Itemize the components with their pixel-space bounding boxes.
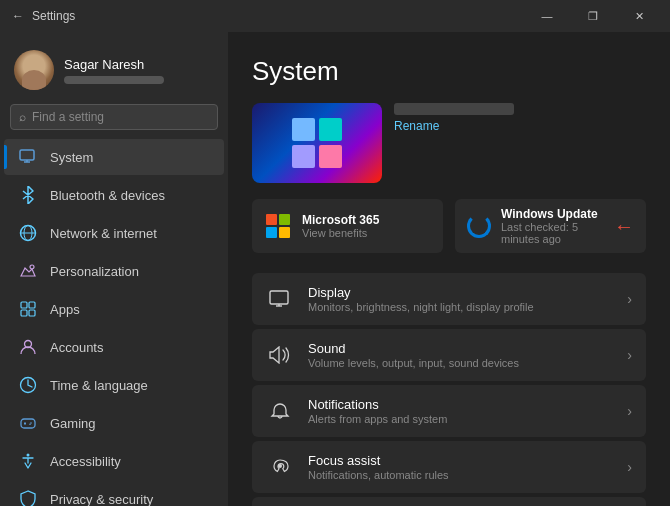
sidebar-item-label: Apps: [50, 302, 80, 317]
close-button[interactable]: ✕: [616, 0, 662, 32]
ms365-subtitle: View benefits: [302, 227, 379, 239]
sound-desc: Volume levels, output, input, sound devi…: [308, 357, 613, 369]
svg-rect-13: [21, 419, 35, 428]
sidebar: Sagar Naresh ⌕ System: [0, 32, 228, 506]
main-content: System Rename: [228, 32, 670, 506]
sidebar-item-gaming[interactable]: Gaming: [4, 405, 224, 441]
settings-item-display[interactable]: Display Monitors, brightness, night ligh…: [252, 273, 646, 325]
sidebar-item-label: Bluetooth & devices: [50, 188, 165, 203]
settings-item-notifications[interactable]: Notifications Alerts from apps and syste…: [252, 385, 646, 437]
search-box[interactable]: ⌕: [10, 104, 218, 130]
user-info: Sagar Naresh: [64, 57, 164, 84]
network-icon: [18, 223, 38, 243]
settings-item-power[interactable]: Power & battery Sleep, battery usage, ba…: [252, 497, 646, 506]
wu-subtitle: Last checked: 5 minutes ago: [501, 221, 600, 245]
sidebar-item-label: Accounts: [50, 340, 103, 355]
svg-rect-10: [29, 310, 35, 316]
ms-pane-2: [279, 214, 290, 225]
ms-pane-3: [266, 227, 277, 238]
titlebar-controls: — ❐ ✕: [524, 0, 662, 32]
windows-logo: [292, 118, 342, 168]
user-name: Sagar Naresh: [64, 57, 164, 72]
display-chevron-icon: ›: [627, 291, 632, 307]
display-icon: [266, 285, 294, 313]
notifications-chevron-icon: ›: [627, 403, 632, 419]
ms365-card[interactable]: Microsoft 365 View benefits: [252, 199, 443, 253]
titlebar-left: ← Settings: [12, 9, 75, 23]
gaming-icon: [18, 413, 38, 433]
display-desc: Monitors, brightness, night light, displ…: [308, 301, 613, 313]
sidebar-item-label: Personalization: [50, 264, 139, 279]
page-title: System: [252, 56, 646, 87]
titlebar: ← Settings — ❐ ✕: [0, 0, 670, 32]
accounts-icon: [18, 337, 38, 357]
avatar: [14, 50, 54, 90]
sidebar-item-privacy[interactable]: Privacy & security: [4, 481, 224, 506]
svg-rect-9: [21, 310, 27, 316]
top-cards: Rename: [252, 103, 646, 183]
app-body: Sagar Naresh ⌕ System: [0, 32, 670, 506]
bluetooth-icon: [18, 185, 38, 205]
ms-pane-1: [266, 214, 277, 225]
sidebar-item-label: System: [50, 150, 93, 165]
focus-text: Focus assist Notifications, automatic ru…: [308, 453, 613, 481]
sidebar-item-accessibility[interactable]: Accessibility: [4, 443, 224, 479]
sidebar-item-label: Gaming: [50, 416, 96, 431]
maximize-button[interactable]: ❐: [570, 0, 616, 32]
svg-point-17: [29, 423, 31, 425]
system-icon: [18, 147, 38, 167]
sidebar-item-label: Accessibility: [50, 454, 121, 469]
sidebar-item-system[interactable]: System: [4, 139, 224, 175]
windows-update-card[interactable]: Windows Update Last checked: 5 minutes a…: [455, 199, 646, 253]
wu-title: Windows Update: [501, 207, 600, 221]
svg-point-22: [278, 464, 282, 468]
titlebar-title: Settings: [32, 9, 75, 23]
notifications-text: Notifications Alerts from apps and syste…: [308, 397, 613, 425]
search-input[interactable]: [32, 110, 209, 124]
wu-arrow-icon: ←: [614, 215, 634, 238]
sidebar-item-network[interactable]: Network & internet: [4, 215, 224, 251]
win-pane-2: [319, 118, 342, 141]
avatar-figure: [22, 70, 46, 90]
settings-item-sound[interactable]: Sound Volume levels, output, input, soun…: [252, 329, 646, 381]
accessibility-icon: [18, 451, 38, 471]
notifications-title: Notifications: [308, 397, 613, 412]
focus-title: Focus assist: [308, 453, 613, 468]
focus-icon: [266, 453, 294, 481]
notifications-icon: [266, 397, 294, 425]
system-info: Rename: [394, 103, 514, 133]
sidebar-item-apps[interactable]: Apps: [4, 291, 224, 327]
sound-icon: [266, 341, 294, 369]
focus-desc: Notifications, automatic rules: [308, 469, 613, 481]
wu-text: Windows Update Last checked: 5 minutes a…: [501, 207, 600, 245]
rename-link[interactable]: Rename: [394, 119, 514, 133]
user-email: [64, 76, 164, 84]
notifications-desc: Alerts from apps and system: [308, 413, 613, 425]
ms365-title: Microsoft 365: [302, 213, 379, 227]
sidebar-item-personalization[interactable]: Personalization: [4, 253, 224, 289]
win-pane-4: [319, 145, 342, 168]
sidebar-item-bluetooth[interactable]: Bluetooth & devices: [4, 177, 224, 213]
ms365-icon: [264, 212, 292, 240]
sound-chevron-icon: ›: [627, 347, 632, 363]
device-name: [394, 103, 514, 115]
focus-chevron-icon: ›: [627, 459, 632, 475]
back-button[interactable]: ←: [12, 9, 24, 23]
settings-item-focus[interactable]: Focus assist Notifications, automatic ru…: [252, 441, 646, 493]
sound-title: Sound: [308, 341, 613, 356]
minimize-button[interactable]: —: [524, 0, 570, 32]
sidebar-item-time[interactable]: Time & language: [4, 367, 224, 403]
system-image-card: [252, 103, 382, 183]
wu-spinner-icon: [467, 214, 491, 238]
sidebar-item-label: Network & internet: [50, 226, 157, 241]
sidebar-item-accounts[interactable]: Accounts: [4, 329, 224, 365]
search-icon: ⌕: [19, 110, 26, 124]
user-section[interactable]: Sagar Naresh: [0, 40, 228, 104]
display-title: Display: [308, 285, 613, 300]
ms-pane-4: [279, 227, 290, 238]
svg-point-18: [27, 454, 30, 457]
sound-text: Sound Volume levels, output, input, soun…: [308, 341, 613, 369]
sidebar-item-label: Privacy & security: [50, 492, 153, 507]
settings-list: Display Monitors, brightness, night ligh…: [252, 273, 646, 506]
svg-rect-7: [21, 302, 27, 308]
